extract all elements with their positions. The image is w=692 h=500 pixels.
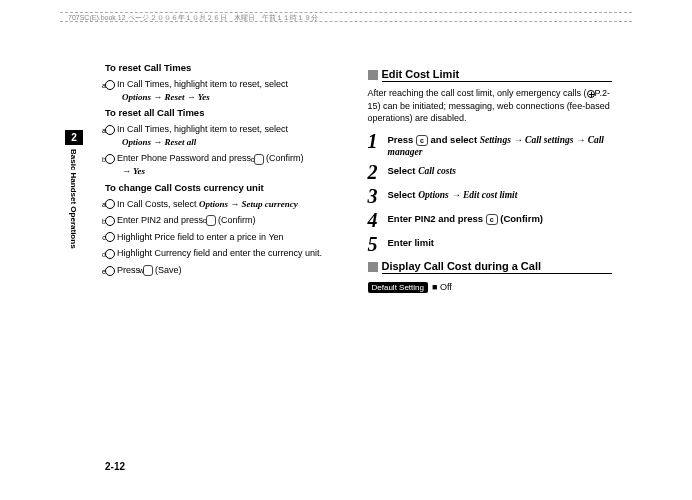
step-bullet-icon: e (105, 266, 115, 276)
para-text: After reaching the call cost limit, only… (368, 88, 587, 98)
para-text: ) can be initiated; messaging, web conne… (368, 101, 610, 124)
section-title-text: Display Call Cost during a Call (382, 260, 613, 274)
step-text: In Call Times, highlight item to reset, … (117, 79, 288, 89)
chapter-number: 2 (65, 130, 83, 145)
step-bullet-icon: b (105, 216, 115, 226)
left-column: To reset Call Times aIn Call Times, high… (105, 62, 350, 293)
softkey-icon: c (254, 154, 264, 165)
step-content: Press c and select Settings → Call setti… (388, 131, 613, 159)
step-text: and select (428, 134, 480, 145)
heading-reset-all-call-times: To reset all Call Times (105, 107, 350, 118)
section-title-text: Edit Cost Limit (382, 68, 613, 82)
cross-ref-icon (587, 90, 595, 98)
page-number: 2-12 (105, 461, 125, 472)
step-content: Enter limit (388, 234, 613, 249)
step-text: Highlight Currency field and enter the c… (117, 248, 322, 258)
page-header-meta: 707SC(E).book 12 ページ ２００６年１０月２６日 木曜日 午前１… (60, 12, 632, 22)
step-number-icon: 4 (368, 210, 384, 230)
step-text: Press (388, 134, 417, 145)
softkey-icon: c (486, 214, 498, 225)
step-path: Options → Reset all (122, 137, 196, 147)
heading-change-currency: To change Call Costs currency unit (105, 182, 350, 193)
step-number-icon: 3 (368, 186, 384, 206)
default-setting-value: ■ Off (432, 282, 452, 292)
step: ePress w (Save) (105, 264, 350, 277)
step-text: Select (388, 189, 419, 200)
step-text: (Save) (153, 265, 182, 275)
right-column: Edit Cost Limit After reaching the call … (368, 62, 613, 293)
step-text: Highlight Price field to enter a price i… (117, 232, 284, 242)
step-path: Options → Edit cost limit (418, 190, 517, 200)
step-text: Enter PIN2 and press (388, 213, 486, 224)
step-path: → Yes (122, 166, 145, 176)
step-path: Call costs (418, 166, 456, 176)
default-setting-badge: Default Setting (368, 282, 428, 293)
step-text: (Confirm) (216, 215, 256, 225)
step-content: Enter PIN2 and press c (Confirm) (388, 210, 613, 225)
softkey-icon: c (416, 135, 428, 146)
numbered-step: 2 Select Call costs (368, 162, 613, 182)
step-text: In Call Times, highlight item to reset, … (117, 124, 288, 134)
step: cHighlight Price field to enter a price … (105, 231, 350, 244)
step-bullet-icon: a (105, 125, 115, 135)
step-number-icon: 2 (368, 162, 384, 182)
step-text: Enter PIN2 and press (117, 215, 206, 225)
step: bEnter PIN2 and press c (Confirm) (105, 214, 350, 227)
step-content: Select Call costs (388, 162, 613, 177)
section-bullet-icon (368, 262, 378, 272)
numbered-step: 1 Press c and select Settings → Call set… (368, 131, 613, 159)
step: aIn Call Times, highlight item to reset,… (105, 123, 350, 148)
step: aIn Call Times, highlight item to reset,… (105, 78, 350, 103)
step-number-icon: 1 (368, 131, 384, 151)
step-bullet-icon: d (105, 249, 115, 259)
chapter-label: Basic Handset Operations (65, 145, 82, 253)
section-display-call-cost: Display Call Cost during a Call (368, 260, 613, 274)
heading-reset-call-times: To reset Call Times (105, 62, 350, 73)
softkey-icon: w (143, 265, 153, 276)
numbered-step: 3 Select Options → Edit cost limit (368, 186, 613, 206)
step: bEnter Phone Password and press c (Confi… (105, 152, 350, 177)
step-bullet-icon: c (105, 232, 115, 242)
step: aIn Call Costs, select Options → Setup c… (105, 198, 350, 211)
page-body: To reset Call Times aIn Call Times, high… (105, 62, 612, 293)
step-text: (Confirm) (498, 213, 543, 224)
section-edit-cost-limit: Edit Cost Limit (368, 68, 613, 82)
step-text: In Call Costs, select (117, 199, 199, 209)
section-bullet-icon (368, 70, 378, 80)
step-bullet-icon: b (105, 154, 115, 164)
softkey-icon: c (206, 215, 216, 226)
step-bullet-icon: a (105, 80, 115, 90)
numbered-step: 4 Enter PIN2 and press c (Confirm) (368, 210, 613, 230)
step-text: Select (388, 165, 419, 176)
section-paragraph: After reaching the call cost limit, only… (368, 87, 613, 125)
step-bullet-icon: a (105, 199, 115, 209)
step-path: Options → Setup currency (199, 199, 298, 209)
step-text: Enter Phone Password and press (117, 153, 254, 163)
chapter-tab: 2 Basic Handset Operations (65, 130, 83, 253)
step: dHighlight Currency field and enter the … (105, 247, 350, 260)
step-text: (Confirm) (264, 153, 304, 163)
step-path: Options → Reset → Yes (122, 92, 210, 102)
step-number-icon: 5 (368, 234, 384, 254)
default-setting-row: Default Setting■ Off (368, 282, 613, 293)
step-text: Enter limit (388, 237, 434, 248)
numbered-step: 5 Enter limit (368, 234, 613, 254)
step-content: Select Options → Edit cost limit (388, 186, 613, 201)
